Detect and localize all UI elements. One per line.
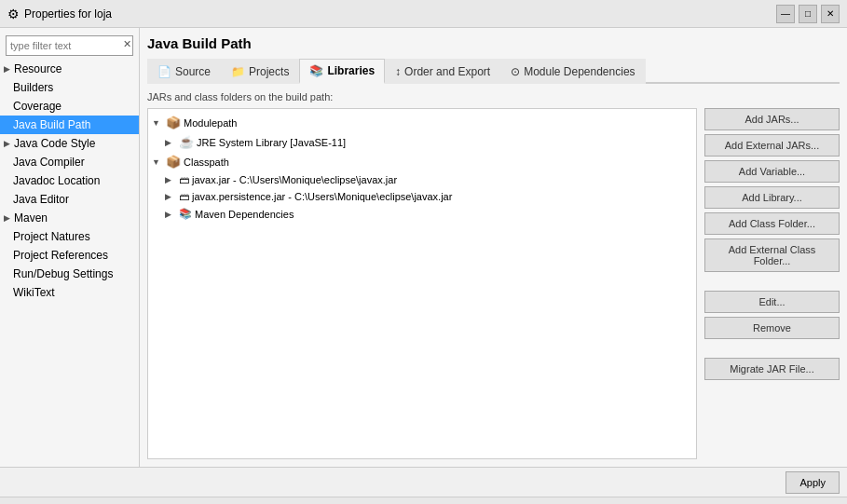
tab-bar: 📄 Source 📁 Projects 📚 Libraries ↕ Order …	[147, 59, 840, 84]
content-body: ▼ 📦 Modulepath ▶ ☕ JRE System Library [J…	[147, 108, 840, 459]
sidebar-item-label: Java Build Path	[13, 118, 90, 131]
sidebar-item-maven[interactable]: ▶ Maven	[0, 209, 139, 227]
description-bar: JARs and class folders on the build path…	[147, 91, 840, 102]
order-tab-icon: ↕	[395, 65, 401, 78]
jre-icon: ☕	[179, 135, 194, 149]
tree-label: javax.persistence.jar - C:\Users\Monique…	[192, 191, 452, 202]
jar-icon: 🗃	[179, 174, 189, 185]
sidebar-item-label: Project Natures	[13, 230, 90, 243]
sidebar-item-java-compiler[interactable]: Java Compiler	[0, 153, 139, 171]
chevron-right-icon: ▶	[4, 64, 10, 74]
sidebar-item-project-natures[interactable]: Project Natures	[0, 227, 139, 246]
bottom-bar: ? Apply and Close Cancel	[0, 497, 847, 504]
modulepath-icon: 📦	[166, 116, 181, 129]
tab-module-dependencies[interactable]: ⊙ Module Dependencies	[500, 59, 645, 84]
tab-projects[interactable]: 📁 Projects	[221, 59, 299, 84]
expand-icon[interactable]: ▶	[165, 210, 176, 219]
sidebar-item-builders[interactable]: Builders	[0, 78, 139, 97]
source-tab-icon: 📄	[157, 65, 171, 78]
tree-item-jre[interactable]: ▶ ☕ JRE System Library [JavaSE-11]	[161, 132, 696, 152]
sidebar-item-label: Project References	[13, 249, 108, 262]
sidebar-item-label: Java Compiler	[13, 156, 85, 169]
sidebar-item-javadoc-location[interactable]: Javadoc Location	[0, 171, 139, 190]
sidebar-item-label: Javadoc Location	[13, 174, 100, 187]
remove-button[interactable]: Remove	[704, 317, 840, 339]
edit-button[interactable]: Edit...	[704, 291, 840, 313]
sidebar-item-run-debug[interactable]: Run/Debug Settings	[0, 265, 139, 283]
jar-icon: 🗃	[179, 191, 189, 202]
sidebar: ✕ ▶ Resource Builders Coverage Java Buil…	[0, 28, 140, 467]
sidebar-item-resource[interactable]: ▶ Resource	[0, 60, 139, 78]
migrate-jar-button[interactable]: Migrate JAR File...	[704, 358, 840, 380]
add-external-jars-button[interactable]: Add External JARs...	[704, 134, 840, 157]
maven-icon: 📚	[179, 208, 192, 220]
tree-item-classpath[interactable]: ▼ 📦 Classpath	[148, 152, 696, 171]
sidebar-item-java-editor[interactable]: Java Editor	[0, 190, 139, 209]
sidebar-item-label: Builders	[13, 81, 53, 94]
sidebar-item-label: WikiText	[13, 286, 55, 299]
tree-item-javax-jar-1[interactable]: ▶ 🗃 javax.jar - C:\Users\Monique\eclipse…	[161, 171, 696, 188]
add-variable-button[interactable]: Add Variable...	[704, 160, 840, 183]
window-title: Properties for loja	[24, 7, 776, 20]
module-tab-icon: ⊙	[511, 65, 520, 78]
expand-icon[interactable]: ▶	[165, 175, 176, 184]
sidebar-item-java-code-style[interactable]: ▶ Java Code Style	[0, 134, 139, 153]
chevron-right-icon: ▶	[4, 139, 10, 148]
window-icon: ⚙	[7, 7, 20, 21]
sidebar-item-java-build-path[interactable]: Java Build Path	[0, 116, 139, 134]
sidebar-item-label: Coverage	[13, 100, 61, 113]
projects-tab-icon: 📁	[231, 65, 245, 78]
chevron-right-icon: ▶	[4, 213, 10, 223]
sidebar-item-coverage[interactable]: Coverage	[0, 97, 139, 116]
filter-clear-button[interactable]: ✕	[123, 38, 131, 50]
tree-item-modulepath[interactable]: ▼ 📦 Modulepath	[148, 113, 696, 132]
filter-input[interactable]	[6, 35, 133, 56]
tree-label: JRE System Library [JavaSE-11]	[197, 137, 346, 148]
title-bar: ⚙ Properties for loja — □ ✕	[0, 0, 847, 28]
sidebar-item-label: Java Code Style	[14, 137, 95, 150]
minimize-button[interactable]: —	[776, 5, 795, 23]
sidebar-item-project-references[interactable]: Project References	[0, 246, 139, 265]
expand-icon[interactable]: ▶	[165, 138, 176, 147]
tree-panel[interactable]: ▼ 📦 Modulepath ▶ ☕ JRE System Library [J…	[147, 108, 697, 459]
tab-order-export[interactable]: ↕ Order and Export	[385, 59, 500, 84]
add-class-folder-button[interactable]: Add Class Folder...	[704, 212, 840, 235]
page-title: Java Build Path	[147, 35, 840, 51]
filter-box: ✕	[6, 35, 133, 56]
close-button[interactable]: ✕	[821, 5, 840, 23]
tab-libraries[interactable]: 📚 Libraries	[299, 59, 385, 84]
libraries-tab-icon: 📚	[309, 64, 323, 77]
expand-icon[interactable]: ▼	[152, 157, 163, 167]
add-library-button[interactable]: Add Library...	[704, 186, 840, 209]
expand-icon[interactable]: ▶	[165, 192, 176, 201]
add-external-class-folder-button[interactable]: Add External Class Folder...	[704, 238, 840, 272]
maximize-button[interactable]: □	[799, 5, 817, 23]
tab-source[interactable]: 📄 Source	[147, 59, 221, 84]
sidebar-item-label: Resource	[14, 62, 61, 75]
tree-label: Modulepath	[184, 117, 238, 129]
tree-item-javax-persistence[interactable]: ▶ 🗃 javax.persistence.jar - C:\Users\Mon…	[161, 188, 696, 205]
tree-item-maven-deps[interactable]: ▶ 📚 Maven Dependencies	[161, 205, 696, 223]
apply-button[interactable]: Apply	[786, 471, 840, 494]
sidebar-item-wikitext[interactable]: WikiText	[0, 283, 139, 302]
expand-icon[interactable]: ▼	[152, 118, 163, 128]
button-panel: Add JARs... Add External JARs... Add Var…	[704, 108, 840, 459]
tree-label: Maven Dependencies	[195, 209, 294, 220]
tree-label: javax.jar - C:\Users\Monique\eclipse\jav…	[192, 174, 397, 185]
sidebar-item-label: Run/Debug Settings	[13, 267, 113, 280]
sidebar-item-label: Maven	[14, 211, 48, 225]
classpath-icon: 📦	[166, 155, 181, 169]
add-jars-button[interactable]: Add JARs...	[704, 108, 840, 130]
tree-label: Classpath	[184, 157, 229, 168]
content-area: Java Build Path 📄 Source 📁 Projects 📚 Li…	[140, 28, 847, 467]
sidebar-item-label: Java Editor	[13, 193, 69, 206]
